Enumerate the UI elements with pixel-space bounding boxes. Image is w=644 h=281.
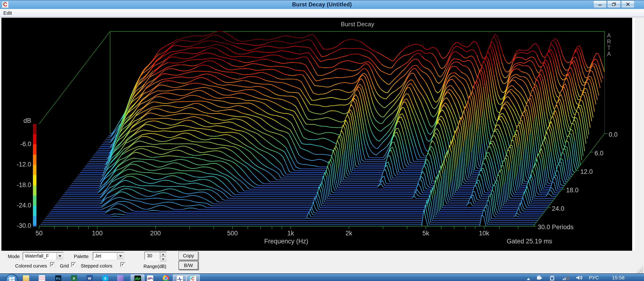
- taskbar-button-limp[interactable]: [147, 274, 154, 281]
- mode-dropdown-arrow[interactable]: [56, 253, 63, 260]
- network-icon[interactable]: [562, 275, 570, 281]
- restore-button[interactable]: [607, 0, 620, 8]
- stepped-colors-label: Stepped colors: [81, 263, 112, 269]
- taskbar-button-photoshop[interactable]: Ps: [55, 274, 62, 281]
- grid-label: Grid: [60, 263, 69, 269]
- taskbar-button-excel[interactable]: X: [70, 274, 77, 281]
- excel-icon: X: [71, 275, 77, 281]
- close-icon: [626, 2, 630, 6]
- restore-icon: [612, 2, 616, 6]
- arta-icon: C: [190, 275, 196, 281]
- colored-curves-label: Colored curves: [15, 263, 47, 269]
- palette-value: Jet: [93, 253, 117, 259]
- taskbar-button-arta-analyzer[interactable]: [131, 274, 144, 281]
- minimize-icon: [598, 2, 602, 6]
- usb-icon[interactable]: [550, 275, 556, 281]
- taskbar-button-steps[interactable]: [173, 274, 186, 281]
- word-icon: W: [86, 275, 93, 281]
- clock[interactable]: 15:58: [612, 275, 624, 281]
- range-db-label: Range(dB): [144, 264, 166, 269]
- menu-bar: [0, 9, 644, 17]
- taskbar-button-arta[interactable]: C: [186, 274, 200, 281]
- palette-label: Palette: [74, 254, 88, 259]
- arta-analyzer-icon: [134, 275, 141, 281]
- language-indicator[interactable]: РУС: [589, 275, 599, 281]
- range-spin-up[interactable]: [160, 252, 166, 257]
- show-hidden-icons-button[interactable]: [527, 276, 530, 280]
- limp-icon: [147, 275, 154, 281]
- bw-button[interactable]: B/W: [178, 261, 198, 270]
- plot-panel: [2, 18, 635, 251]
- palette-dropdown-arrow[interactable]: [117, 253, 124, 260]
- menu-item-edit[interactable]: Edit: [3, 10, 12, 16]
- minimize-button[interactable]: [593, 0, 606, 8]
- power-icon[interactable]: [536, 275, 544, 281]
- photoshop-icon: Ps: [55, 275, 62, 281]
- range-spinner[interactable]: 30: [144, 252, 167, 260]
- window-title: Burst Decay (Untitled): [0, 1, 644, 8]
- grid-checkbox[interactable]: ✓: [71, 262, 76, 267]
- mode-label: Mode: [8, 254, 20, 259]
- range-value: 30: [145, 252, 160, 260]
- taskbar-button-explorer[interactable]: [23, 274, 29, 281]
- system-tray: РУС 15:58: [527, 275, 624, 281]
- window-buttons: [593, 0, 634, 8]
- taskbar-button-media[interactable]: [117, 274, 124, 281]
- copy-button[interactable]: Copy: [178, 252, 198, 260]
- range-spin-down[interactable]: [160, 257, 166, 262]
- skype-icon: S: [102, 275, 108, 281]
- windows-logo-icon: [9, 277, 15, 281]
- media-icon: [117, 275, 124, 281]
- taskbar-button-word[interactable]: W: [86, 274, 93, 281]
- chevron-up-icon: [162, 252, 164, 255]
- taskbar-button-paint[interactable]: [38, 274, 45, 281]
- mode-value: Waterfall_F: [23, 253, 56, 259]
- paint-icon: [38, 275, 45, 281]
- close-button[interactable]: [621, 0, 634, 8]
- taskbar-button-chrome[interactable]: [162, 274, 169, 281]
- colored-curves-checkbox[interactable]: ✓: [50, 262, 55, 267]
- chrome-icon: [163, 275, 169, 281]
- mode-dropdown[interactable]: Waterfall_F: [23, 252, 64, 260]
- stepped-colors-checkbox[interactable]: ✓: [120, 262, 125, 267]
- chevron-down-icon: [162, 259, 164, 261]
- volume-icon[interactable]: [576, 275, 583, 281]
- palette-dropdown[interactable]: Jet: [93, 252, 124, 260]
- chevron-down-icon: [58, 255, 61, 259]
- steps-icon: [176, 275, 183, 281]
- taskbar-button-skype[interactable]: S: [102, 274, 108, 281]
- screen: { "window": { "title": "Burst Decay (Unt…: [0, 0, 644, 281]
- chevron-down-icon: [119, 255, 122, 259]
- explorer-icon: [23, 275, 29, 281]
